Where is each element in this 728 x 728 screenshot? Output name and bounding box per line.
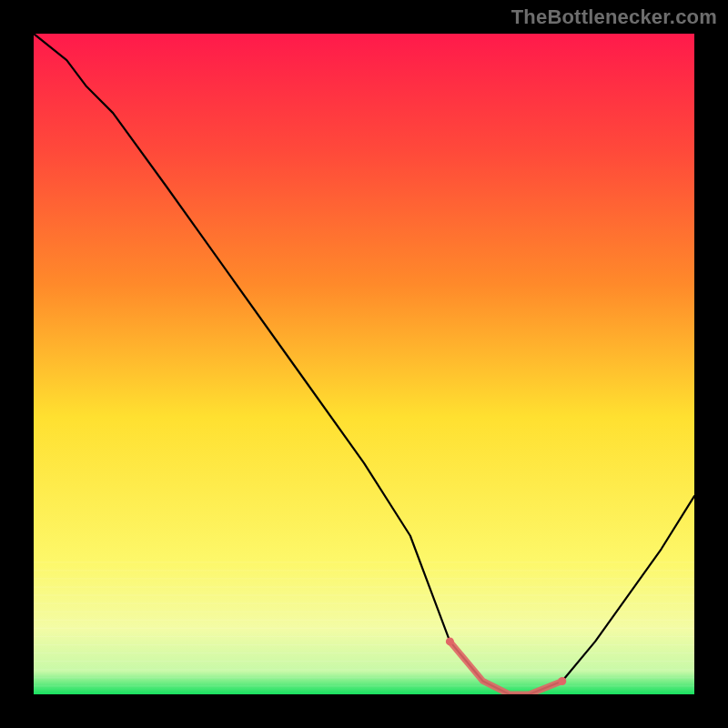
chart-container: TheBottlenecker.com bbox=[0, 0, 728, 728]
highlight-dot-start bbox=[446, 637, 454, 645]
watermark-text: TheBottlenecker.com bbox=[511, 5, 717, 29]
highlight-dot-end bbox=[558, 677, 566, 685]
chart-svg bbox=[34, 34, 694, 694]
plot-area bbox=[34, 34, 694, 694]
